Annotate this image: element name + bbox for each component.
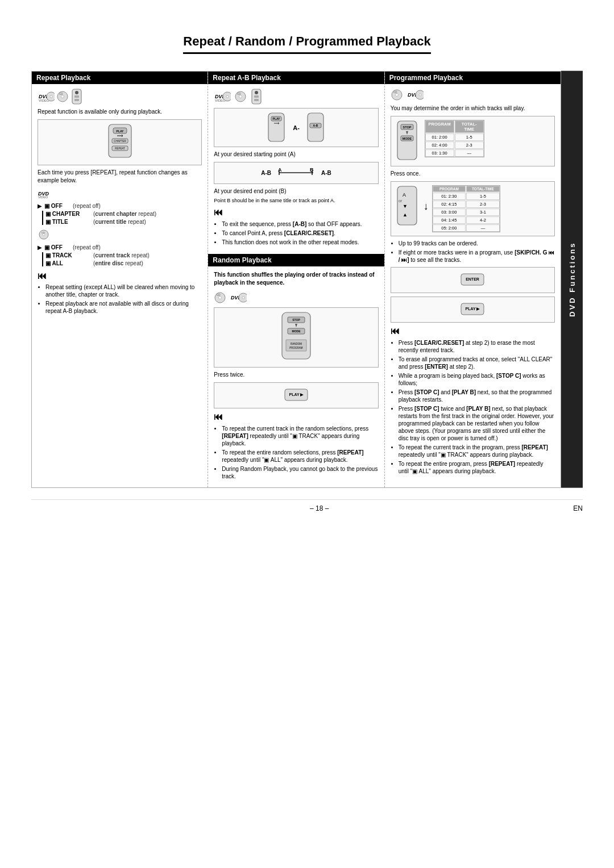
ab-remote-play-svg: PLAY bbox=[264, 112, 289, 143]
prog-step1-diagram: STOP MODE PROGRAM TOTAL-TIME 01: 2 bbox=[391, 116, 555, 166]
svg-rect-10 bbox=[74, 99, 79, 101]
prog-play-svg: PLAY ▶ bbox=[458, 301, 487, 318]
cd-mode-arrows: ▣ TRACK (current track repeat) ▣ ALL (en… bbox=[42, 252, 202, 266]
prog-list-col2: TOTAL-TIME bbox=[455, 120, 484, 133]
svg-text:PLAY: PLAY bbox=[116, 130, 124, 133]
prog2-row4a: 04: 1:45 bbox=[433, 216, 466, 224]
page-bottom: – 18 – EN bbox=[31, 499, 583, 512]
prog-note-4: Press [STOP C] and [PLAY B] next, so tha… bbox=[399, 389, 555, 403]
prog-row-2a: 02: 4:00 bbox=[425, 141, 454, 149]
ab-rewind-symbol: ⏮ bbox=[214, 207, 378, 218]
repeat-ab-col: Repeat A-B Playback DVD VIDEO CD bbox=[208, 72, 384, 487]
main-content: Repeat Playback DVD VIDEO bbox=[31, 71, 561, 488]
svg-rect-9 bbox=[74, 95, 79, 98]
prog-row-3b: — bbox=[455, 149, 484, 157]
svg-text:CD: CD bbox=[237, 93, 241, 95]
prog-cd-icon: CD bbox=[391, 89, 403, 101]
ab-markers-diagram: A-B A B A-B bbox=[214, 162, 378, 184]
random-dvd-icon: DVD bbox=[230, 291, 247, 304]
svg-text:MODE: MODE bbox=[402, 137, 412, 140]
random-section: Random Playback This function shuffles t… bbox=[214, 254, 378, 480]
random-header: Random Playback bbox=[208, 254, 384, 266]
point-b-desc: At your desired end point (B) bbox=[214, 187, 378, 195]
prog-note-1: Press [CLEAR/C.RESET] at step 2) to eras… bbox=[399, 339, 555, 354]
prog-list-col1: PROGRAM bbox=[425, 120, 454, 133]
prog2-row4b: 4-2 bbox=[466, 216, 500, 224]
svg-point-44 bbox=[219, 296, 222, 299]
point-a-label: A- bbox=[293, 124, 300, 131]
svg-point-28 bbox=[239, 95, 242, 98]
svg-text:A: A bbox=[278, 167, 282, 173]
random-diagram: STOP MODE RANDOM PROGRAM bbox=[214, 307, 378, 368]
svg-text:A: A bbox=[403, 192, 406, 198]
prog2-row5b: — bbox=[466, 224, 500, 232]
prog-note-2: To erase all programmed tracks at once, … bbox=[399, 356, 555, 370]
columns: Repeat Playback DVD VIDEO bbox=[31, 71, 561, 488]
ab-line-svg: A B bbox=[273, 166, 319, 180]
prog-row-1a: 01: 2:00 bbox=[425, 133, 454, 141]
svg-rect-54 bbox=[286, 340, 306, 351]
svg-text:RANDOM: RANDOM bbox=[291, 343, 302, 345]
locale: EN bbox=[573, 504, 583, 512]
prog-enter-diagram: ENTER bbox=[391, 267, 555, 293]
prog-play-diagram: PLAY ▶ bbox=[391, 297, 555, 323]
svg-text:PROGRAM: PROGRAM bbox=[289, 347, 303, 349]
dvd-functions-sidebar: DVD Functions bbox=[561, 71, 583, 488]
remote-icon bbox=[70, 89, 83, 105]
prog2-row2b: 2-3 bbox=[466, 201, 500, 208]
random-cd-icon: CD bbox=[214, 291, 226, 304]
svg-text:VIDEO: VIDEO bbox=[38, 195, 48, 198]
prog-screen-1: PROGRAM TOTAL-TIME 01: 2:00 1-5 02: 4:00… bbox=[425, 120, 484, 157]
press-twice-label: Press twice. bbox=[214, 371, 378, 379]
svg-rect-33 bbox=[254, 99, 259, 101]
svg-text:▼: ▼ bbox=[403, 203, 408, 209]
dvd-modes: ▶ ▣ OFF (repeat off) ▣ CHAPTER (current … bbox=[38, 203, 202, 225]
svg-text:MODE: MODE bbox=[292, 329, 301, 333]
prog-notes: Press [CLEAR/C.RESET] at step 2) to eras… bbox=[391, 339, 555, 475]
cd-modes: ▶ ▣ OFF (repeat off) ▣ TRACK (current tr… bbox=[38, 244, 202, 266]
content-wrapper: Repeat Playback DVD VIDEO bbox=[31, 71, 583, 488]
repeat-note-1: Repeat setting (except ALL) will be clea… bbox=[45, 283, 202, 298]
repeat-remote-svg: PLAY CHAPTER REPEAT bbox=[92, 123, 148, 160]
prog-enter-svg: ENTER bbox=[458, 271, 487, 288]
dvd-mode-off: ▶ ▣ OFF (repeat off) bbox=[38, 203, 202, 209]
prog-step2-remote: A or ▼ ▲ bbox=[395, 185, 420, 228]
programmed-col: Programmed Playback CD DVD bbox=[385, 72, 561, 487]
svg-text:PLAY ▶: PLAY ▶ bbox=[466, 307, 480, 311]
svg-text:CD: CD bbox=[217, 294, 221, 297]
cd-mode-all: ▣ ALL (entire disc repeat) bbox=[45, 260, 202, 266]
svg-point-31 bbox=[255, 91, 258, 94]
ab-note-2: To cancel Point A, press [CLEAR/C.RESET]… bbox=[222, 229, 378, 237]
prog-order-note-1: Up to 99 tracks can be ordered. bbox=[399, 240, 555, 247]
programmed-header: Programmed Playback bbox=[385, 72, 561, 84]
ab-device-icons: DVD VIDEO CD bbox=[214, 89, 378, 105]
press-once-label: Press once. bbox=[391, 170, 555, 178]
ab-cd-icon: CD bbox=[234, 90, 247, 103]
prog-device-icons: CD DVD bbox=[391, 89, 555, 101]
prog-list-display-2: PROGRAM TOTAL-TIME 01: 2:30 1-5 02: 4:15… bbox=[432, 185, 500, 232]
prog-row-3a: 03: 1:30 bbox=[425, 149, 454, 157]
dvd-mode-title: ▣ TITLE (current title repeat) bbox=[45, 219, 202, 225]
prog-order-note-2: If eight or more tracks were in a progra… bbox=[399, 249, 555, 264]
cd-mode-off: ▶ ▣ OFF (repeat off) bbox=[38, 244, 202, 251]
svg-text:or: or bbox=[399, 199, 403, 203]
random-rewind-symbol: ⏮ bbox=[214, 412, 378, 422]
prog-note-7: To repeat the entire program, press [REP… bbox=[399, 460, 555, 475]
prog-intro: You may determine the order in which tra… bbox=[391, 105, 555, 112]
prog-note-3: While a program is being played back, [S… bbox=[399, 372, 555, 387]
prog-screen-2: PROGRAM TOTAL-TIME 01: 2:30 1-5 02: 4:15… bbox=[432, 185, 500, 232]
repeat-playback-header: Repeat Playback bbox=[32, 72, 208, 84]
svg-point-5 bbox=[61, 95, 64, 98]
cd-small-icon: CD bbox=[38, 229, 50, 240]
point-a-desc: At your desired starting point (A) bbox=[214, 151, 378, 158]
svg-text:CD: CD bbox=[59, 93, 63, 95]
cd-label-row: CD bbox=[38, 229, 202, 240]
repeat-playback-col: Repeat Playback DVD VIDEO bbox=[32, 72, 208, 487]
rewind-symbol: ⏮ bbox=[38, 271, 202, 281]
page-number: – 18 – bbox=[310, 504, 329, 512]
ab-diagram-1: PLAY A- A-B bbox=[214, 108, 378, 147]
svg-point-64 bbox=[419, 94, 421, 96]
prog2-row1b: 1-5 bbox=[466, 193, 500, 200]
ab-note-1: To exit the sequence, press [A-B] so tha… bbox=[222, 220, 378, 228]
prog2-row3a: 03: 3:00 bbox=[433, 208, 466, 216]
